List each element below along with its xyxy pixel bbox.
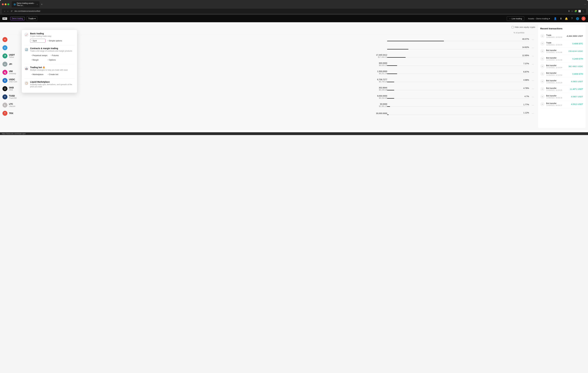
divider-2 (24, 64, 74, 64)
tx-info: Bot transfer 11/16/2022, 12:10:54 (546, 64, 567, 68)
asset-more-button[interactable]: ⋯ (531, 104, 535, 107)
portfolio-pct: 1.12% (387, 111, 529, 114)
demo-badge[interactable]: Demo trading (10, 17, 25, 20)
address-bar[interactable]: ‹ › ↺ okx.com/balance/assets/unified ⬆ ☆… (2, 9, 586, 14)
transaction-row: ↔ Bot transfer 11/16/2022, 12:10:54 382.… (540, 63, 583, 70)
globe-icon[interactable]: 🌐 (576, 17, 579, 20)
portfolio-bar-fill (387, 90, 394, 90)
simple-options-menu-item[interactable]: • Simple options (46, 39, 63, 43)
tx-icon: ↔ (540, 49, 545, 53)
portfolio-bar (387, 82, 529, 82)
portfolio-bar (387, 41, 529, 41)
basic-trading-info: Basic trading Crypto trading made easy (30, 32, 51, 37)
options-bullet: • (48, 59, 48, 61)
bookmark-icon[interactable]: ☆ (571, 10, 573, 12)
tab-close-button[interactable]: × (37, 4, 38, 5)
tx-amount: 0.4996 BTC (572, 43, 583, 45)
asset-more-button[interactable]: ⋯ (531, 63, 535, 66)
create-bot-label: Create bot (49, 73, 58, 76)
transaction-row: ↔ Trade 12/06/2022, 10:59:09 0.4996 BTC (540, 40, 583, 47)
basic-trading-title: Basic trading (30, 32, 51, 35)
asset-icon: ● (2, 37, 7, 42)
forward-button[interactable]: › (7, 10, 9, 13)
avatar[interactable]: J (581, 17, 586, 21)
download-icon[interactable]: ⬇ (559, 17, 562, 20)
futures-menu-item[interactable]: • Futures (50, 54, 65, 57)
asset-amount-usd: $2,381.23 (198, 105, 387, 107)
live-trading-button[interactable]: ← Live trading (507, 16, 524, 21)
maximize-dot[interactable] (7, 3, 9, 5)
asset-more-button[interactable]: ⋯ (531, 55, 535, 57)
close-dot[interactable] (2, 3, 4, 5)
back-button[interactable]: ‹ (4, 10, 6, 13)
portfolio-bar (387, 65, 529, 66)
col-header-amount (192, 32, 382, 34)
asset-amount-primary: 17,445.5412 (198, 54, 387, 56)
basic-trading-header: 📈 Basic trading Crypto trading made easy (24, 32, 74, 37)
options-menu-item[interactable]: • Options (46, 58, 62, 62)
bell-icon[interactable]: 🔔 (565, 17, 568, 20)
logo: OKX (2, 17, 7, 20)
profile-icon[interactable]: ⬜ (578, 10, 581, 12)
hide-zero-label: Hide zero equity crypto (515, 26, 535, 28)
main-content: Hide zero equity crypto % of portfolio ●… (0, 22, 588, 131)
new-tab-button[interactable]: + (41, 2, 43, 6)
tx-amount: 382.4902 USDC (568, 65, 583, 67)
trade-menu-button[interactable]: Trade ▾ (27, 16, 37, 21)
tx-type: Bot transfer (546, 49, 567, 52)
trading-bot-title: Trading bot 🔥 (30, 66, 68, 69)
portfolio-pct: 12.95% (387, 54, 529, 56)
share-icon[interactable]: ⬆ (568, 10, 570, 12)
tx-date: 11/09/2022, 15:25:29 (546, 82, 569, 84)
minimize-dot[interactable] (5, 3, 7, 5)
transaction-row: ↔ Bot transfer 11/16/2022, 12:31:06 0.24… (540, 55, 583, 63)
marketplace-menu-item[interactable]: • Marketplace (30, 73, 46, 76)
margin-menu-item[interactable]: • Margin (30, 58, 46, 62)
futures-bullet: • (51, 55, 52, 56)
asset-amount: 9,000.0000 $6,334.65 (198, 95, 387, 99)
assets-dropdown[interactable]: Assets – Demo trading ▾ (528, 17, 550, 20)
perpetual-swaps-menu-item[interactable]: • Perpetual swaps (30, 54, 49, 57)
tx-amount: 4.0907 USDT (571, 96, 583, 98)
transactions-container: ↔ Trade 12/06/2022, 10:59:09 -8,484.3999… (540, 32, 583, 108)
tx-date: 12/06/2022, 10:59:09 (546, 44, 571, 46)
tx-info: Bot transfer 11/16/2022, 12:10:54 (546, 72, 571, 76)
asset-icon: T (2, 111, 7, 116)
table-header: Hide zero equity crypto (2, 25, 535, 30)
reload-button[interactable]: ↺ (10, 10, 13, 13)
spot-menu-item[interactable]: • Spot (30, 39, 46, 43)
simple-options-label: Simple options (49, 40, 62, 42)
asset-more-button[interactable]: ⋯ (531, 87, 535, 90)
app: OKX Demo trading Trade ▾ ← Live trading … (0, 15, 588, 132)
asset-icon: ● (2, 45, 7, 50)
asset-more-button[interactable]: ⋯ (531, 79, 535, 82)
trade-dropdown-menu: 📈 Basic trading Crypto trading made easy… (22, 30, 77, 93)
menu-icon[interactable]: ⋮ (582, 10, 584, 12)
extensions-icon[interactable]: 🧩 (574, 10, 577, 12)
tx-icon: ↔ (540, 41, 545, 46)
asset-amount-primary: 30,000.0000 (198, 112, 387, 114)
status-url: https://www.okx.com/trade-spot (2, 133, 25, 135)
create-bot-menu-item[interactable]: • Create bot (46, 73, 62, 76)
spot-label: Spot (33, 40, 37, 42)
active-tab[interactable]: 🌐 Demo trading assets - The Le... × (12, 1, 40, 7)
portfolio-bar (387, 49, 529, 49)
asset-more-button[interactable]: ⋯ (531, 38, 535, 41)
tx-date: 11/09/2022, 09:08:37 (546, 104, 569, 106)
asset-more-button[interactable]: ⋯ (531, 71, 535, 74)
help-icon[interactable]: ? (570, 17, 574, 20)
asset-more-button[interactable]: ⋯ (531, 46, 535, 49)
user-icon[interactable]: 👤 (554, 17, 557, 20)
contracts-info: Contracts & margin trading Trade a full … (30, 47, 72, 52)
portfolio-bar-fill (387, 74, 397, 74)
liquid-marketplace-subtitle: Instantly trade spot, derivatives, and s… (30, 83, 74, 88)
portfolio-pct: 6.87% (387, 71, 529, 73)
asset-more-button[interactable]: ⋯ (531, 112, 535, 115)
asset-symbol: LTC (9, 103, 198, 105)
portfolio-bar (387, 90, 529, 90)
asset-more-button[interactable]: ⋯ (531, 96, 535, 99)
spot-bullet: • (32, 40, 32, 42)
tx-amount: 0.2469 ETH (572, 58, 583, 60)
hide-zero-checkbox[interactable] (512, 26, 514, 28)
status-bar: https://www.okx.com/trade-spot (0, 132, 588, 135)
